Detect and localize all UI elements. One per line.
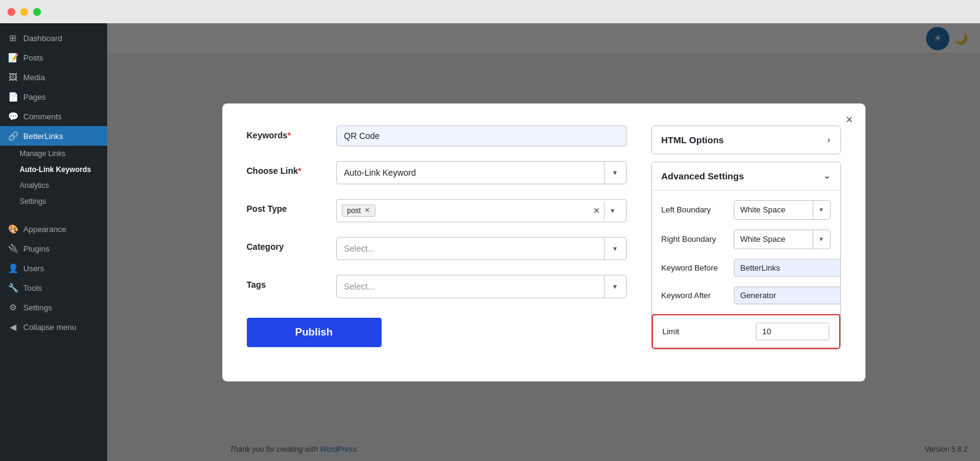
post-type-row: Post Type post ✕ ✕	[247, 199, 627, 222]
advanced-settings-body: Left Boundary White Space ▾ Right Bounda…	[652, 190, 840, 314]
collapse-icon: ◀	[7, 322, 18, 332]
category-row: Category Select... ▾	[247, 237, 627, 260]
sidebar-item-plugins[interactable]: 🔌 Plugins	[0, 239, 107, 258]
tags-placeholder: Select...	[337, 277, 604, 296]
sidebar-item-label: Settings	[23, 303, 52, 312]
sidebar-sub-manage-links[interactable]: Manage Links	[0, 146, 107, 162]
betterlinks-icon: 🔗	[7, 131, 18, 141]
sidebar-item-label: Appearance	[23, 225, 66, 234]
limit-input[interactable]	[756, 323, 829, 340]
form-section: Keywords* Choose Link*	[247, 126, 627, 357]
right-boundary-row: Right Boundary White Space ▾	[662, 230, 831, 249]
choose-link-value: Auto-Link Keyword	[337, 163, 604, 182]
right-boundary-value: White Space	[734, 231, 813, 247]
titlebar	[0, 0, 980, 23]
sidebar-item-media[interactable]: 🖼 Media	[0, 67, 107, 87]
tags-control: Select... ▾	[336, 275, 627, 298]
sidebar-item-label: Tools	[23, 283, 42, 293]
modal-overlay: × Keywords*	[107, 23, 980, 461]
sidebar-item-appearance[interactable]: 🎨 Appearance	[0, 219, 107, 239]
appearance-icon: 🎨	[7, 224, 18, 234]
left-boundary-value: White Space	[734, 201, 813, 218]
limit-row: Limit	[652, 314, 840, 349]
sidebar-item-pages[interactable]: 📄 Pages	[0, 87, 107, 107]
sidebar-item-label: Pages	[23, 92, 46, 102]
choose-link-select[interactable]: Auto-Link Keyword ▾	[336, 161, 627, 184]
sidebar-item-comments[interactable]: 💬 Comments	[0, 107, 107, 126]
publish-container: Publish	[247, 313, 627, 347]
choose-link-required: *	[298, 166, 301, 176]
sidebar-item-tools[interactable]: 🔧 Tools	[0, 278, 107, 298]
keywords-input[interactable]	[336, 126, 627, 146]
choose-link-control: Auto-Link Keyword ▾	[336, 161, 627, 184]
modal: × Keywords*	[222, 103, 865, 381]
pages-icon: 📄	[7, 92, 18, 102]
sidebar-item-label: Dashboard	[23, 34, 62, 43]
keyword-before-input[interactable]	[734, 259, 841, 277]
main-content: ☀ 🌙 × Keywords*	[107, 23, 980, 461]
right-boundary-arrow[interactable]: ▾	[813, 230, 830, 249]
sidebar-item-label: Comments	[23, 112, 62, 121]
sidebar-item-label: Posts	[23, 53, 43, 62]
left-boundary-arrow[interactable]: ▾	[813, 201, 830, 219]
choose-link-arrow[interactable]: ▾	[604, 162, 626, 184]
left-boundary-label: Left Boundary	[662, 205, 729, 214]
category-select[interactable]: Select... ▾	[336, 237, 627, 260]
sidebar-collapse-button[interactable]: ◀ Collapse menu	[0, 317, 107, 337]
sidebar-sub-settings[interactable]: Settings	[0, 193, 107, 209]
right-boundary-select[interactable]: White Space ▾	[734, 230, 831, 249]
close-button[interactable]	[7, 8, 15, 16]
sidebar-item-betterlinks[interactable]: 🔗 BetterLinks	[0, 126, 107, 146]
post-type-tag-wrapper[interactable]: post ✕ ✕ ▾	[336, 199, 627, 222]
minimize-button[interactable]	[20, 8, 28, 16]
sidebar-item-settings[interactable]: ⚙ Settings	[0, 298, 107, 317]
limit-label: Limit	[663, 327, 756, 336]
keyword-before-label: Keyword Before	[662, 263, 729, 272]
keyword-before-row: Keyword Before	[662, 259, 831, 277]
sidebar-item-label: Plugins	[23, 244, 50, 253]
advanced-settings-header[interactable]: Advanced Settings ⌄	[652, 162, 840, 190]
tags-arrow[interactable]: ▾	[604, 275, 626, 298]
category-arrow[interactable]: ▾	[604, 238, 626, 260]
right-boundary-label: Right Boundary	[662, 234, 729, 244]
keyword-after-row: Keyword After	[662, 287, 831, 304]
sidebar-sub-auto-link[interactable]: Auto-Link Keywords	[0, 162, 107, 178]
left-boundary-select[interactable]: White Space ▾	[734, 200, 831, 220]
category-placeholder: Select...	[337, 239, 604, 258]
maximize-button[interactable]	[33, 8, 41, 16]
tags-label: Tags	[247, 275, 326, 290]
modal-close-button[interactable]: ×	[846, 113, 853, 126]
advanced-settings-chevron: ⌄	[823, 171, 831, 181]
category-label: Category	[247, 237, 326, 252]
sidebar-sub-analytics[interactable]: Analytics	[0, 178, 107, 193]
tag-clear-button[interactable]: ✕	[593, 206, 600, 216]
html-options-header[interactable]: HTML Options ›	[652, 126, 840, 154]
keyword-after-input[interactable]	[734, 287, 841, 304]
sidebar-item-dashboard[interactable]: ⊞ Dashboard	[0, 28, 107, 48]
collapse-label: Collapse menu	[23, 323, 77, 332]
users-icon: 👤	[7, 263, 18, 273]
sidebar-item-label: Media	[23, 73, 45, 82]
keywords-row: Keywords*	[247, 126, 627, 146]
html-options-chevron: ›	[827, 135, 831, 144]
post-type-tag-remove[interactable]: ✕	[364, 206, 370, 214]
settings-section: HTML Options › Advanced Settings ⌄	[651, 126, 841, 357]
post-type-control: post ✕ ✕ ▾	[336, 199, 627, 222]
publish-button[interactable]: Publish	[247, 318, 382, 347]
html-options-label: HTML Options	[662, 135, 724, 145]
sidebar-item-posts[interactable]: 📝 Posts	[0, 48, 107, 67]
choose-link-row: Choose Link* Auto-Link Keyword ▾	[247, 161, 627, 184]
category-control: Select... ▾	[336, 237, 627, 260]
media-icon: 🖼	[7, 72, 18, 82]
sidebar-item-label: BetterLinks	[23, 132, 63, 141]
tag-chevron-button[interactable]: ▾	[604, 202, 621, 219]
app-body: ⊞ Dashboard 📝 Posts 🖼 Media 📄 Pages 💬 Co…	[0, 23, 980, 461]
keyword-after-label: Keyword After	[662, 291, 729, 300]
tags-select[interactable]: Select... ▾	[336, 275, 627, 298]
dashboard-icon: ⊞	[7, 33, 18, 43]
keywords-control	[336, 126, 627, 146]
posts-icon: 📝	[7, 53, 18, 62]
keywords-label: Keywords*	[247, 126, 326, 140]
sidebar-item-users[interactable]: 👤 Users	[0, 258, 107, 278]
tools-icon: 🔧	[7, 283, 18, 293]
